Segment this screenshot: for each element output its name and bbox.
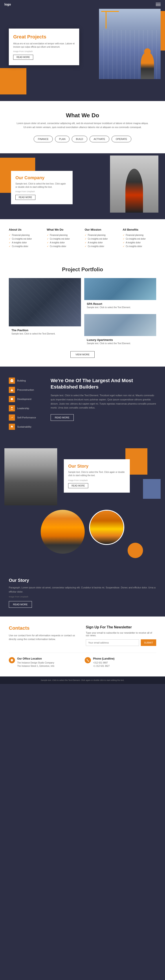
list-item: A insights dolor (85, 241, 119, 244)
builder-icon-row-leadership: Leadership (9, 405, 44, 411)
office-title: Our Office Location (17, 657, 54, 660)
list-item: Financial planning (9, 234, 42, 236)
portfolio-item-pavilion[interactable]: The Pavilion Sample text. Click to selec… (9, 278, 81, 347)
contacts-section: Contacts Use our contact form for all in… (0, 617, 165, 676)
hero-bg-orange-bottom (0, 68, 26, 94)
svg-rect-1 (11, 379, 13, 380)
builders-read-more-button[interactable]: READ MORE (51, 414, 74, 421)
portfolio-desc-pavilion: Sample text. Click to select the Text El… (11, 332, 78, 335)
contacts-bottom: Our Office Location The Instance Design … (9, 652, 156, 668)
what-we-do-section: What We Do Lorem ipsum dolor sit amet, c… (0, 101, 165, 153)
our-story-1-image-label: Image From Unsplash (68, 479, 125, 481)
our-company-card: Our Company Sample text. Click to select… (11, 171, 73, 204)
newsletter-title: Sign Up For The Newsletter (86, 625, 156, 629)
pills-row: FINANCE PLAN BUILD ACTIVATE OPERATE (9, 136, 156, 142)
pill-plan[interactable]: PLAN (55, 136, 70, 142)
portfolio-grid: The Pavilion Sample text. Click to selec… (9, 278, 156, 347)
os-bg-blue (143, 479, 160, 499)
portfolio-desc-luxury: Sample text. Click to select the Text El… (87, 342, 154, 345)
our-company-image-label: Image From Unsplash (15, 191, 68, 192)
our-story-2-description: Paragraph. Lorem ipsum dolor sit amet, c… (9, 585, 156, 593)
header: logo (0, 0, 165, 9)
svg-rect-2 (11, 380, 12, 381)
phone-icon (85, 657, 91, 663)
phone-title: Phone (Landline) (93, 657, 114, 660)
about-col-3-title: All Benefits (123, 228, 156, 231)
pill-build[interactable]: BUILD (72, 136, 87, 142)
builder-icon-row-building: Building (9, 377, 44, 384)
hero-read-more-button[interactable]: READ MORE (13, 55, 33, 60)
our-story-2-section: Our Story Paragraph. Lorem ipsum dolor s… (0, 569, 165, 616)
about-col-2: Our Mission Financial planning Co insigh… (85, 228, 119, 249)
hero-section: Great Projects Alicua ero et sco ad exer… (0, 9, 165, 101)
list-item: Co insights est dolor (47, 238, 80, 240)
portfolio-name-pavilion: The Pavilion (11, 329, 78, 332)
construction-icon (9, 387, 15, 393)
logo: logo (5, 3, 11, 6)
portfolio-section: Project Portfolio The Pavilion Sample te… (0, 258, 165, 367)
portfolio-caption-pavilion: The Pavilion Sample text. Click to selec… (9, 326, 81, 337)
builder-label-building: Building (17, 379, 26, 382)
our-story-2-image-label: Image From Unsplash (9, 596, 156, 598)
workers-section (0, 505, 165, 569)
workers-row (9, 510, 156, 554)
list-item: Financial planning (123, 234, 156, 236)
office-company: The Instance Design Studio Company (17, 661, 54, 664)
builder-label-leadership: Leadership (17, 407, 29, 410)
contacts-top: Contacts Use our contact form for all in… (9, 625, 156, 646)
about-col-3-list: Financial planning Co insights est dolor… (123, 234, 156, 248)
newsletter-row: SUBMIT (86, 640, 156, 646)
worker-circle-small (89, 510, 124, 545)
newsletter-email-input[interactable] (86, 640, 139, 646)
our-story-1-read-more-button[interactable]: READ MORE (68, 483, 88, 488)
hero-description: Alicua ero et sco ad exercitation et tem… (13, 42, 75, 49)
about-col-3: All Benefits Financial planning Co insig… (123, 228, 156, 249)
about-grid-section: About Us Financial planning Co insights … (0, 219, 165, 258)
svg-rect-3 (12, 380, 13, 381)
list-item: Co insights dolor (47, 245, 80, 248)
portfolio-title: Project Portfolio (9, 266, 156, 272)
builders-section: Building Preconstruction Development Lea… (0, 367, 165, 444)
pill-finance[interactable]: FINANCE (34, 136, 53, 142)
our-story-2-title: Our Story (9, 578, 156, 583)
portfolio-caption-spa: SPA Resort Sample text. Click to select … (84, 300, 156, 311)
hamburger-menu[interactable] (156, 3, 160, 6)
list-item: Financial planning (47, 234, 80, 236)
contacts-left: Contacts Use our contact form for all in… (9, 625, 79, 646)
builder-label-development: Development (17, 398, 32, 400)
our-company-read-more-button[interactable]: READ MORE (15, 195, 35, 200)
portfolio-item-spa[interactable]: SPA Resort Sample text. Click to select … (84, 278, 156, 311)
footer-text: Sample text. Click to select the Text El… (5, 679, 160, 681)
pill-activate[interactable]: ACTIVATE (90, 136, 109, 142)
os-person-image (5, 448, 57, 505)
about-col-2-list: Financial planning Co insights est dolor… (85, 234, 119, 248)
list-item: A insights dolor (9, 241, 42, 244)
newsletter-submit-button[interactable]: SUBMIT (141, 640, 156, 646)
our-company-title: Our Company (15, 175, 68, 180)
contacts-right: Sign Up For The Newsletter Type your ema… (86, 625, 156, 646)
hero-building-image (99, 9, 160, 79)
about-col-0: About Us Financial planning Co insights … (9, 228, 42, 249)
about-col-0-list: Financial planning Co insights est dolor… (9, 234, 42, 248)
our-story-1-section: Our Story Sample text. Click to select t… (0, 444, 165, 505)
builders-content: We're One Of The Largest And Most Establ… (51, 377, 156, 421)
list-item: Co insights dolor (85, 245, 119, 248)
development-icon (9, 396, 15, 402)
oc-person-image (110, 156, 159, 213)
building-icon (9, 377, 15, 384)
builder-label-sustainability: Sustainability (17, 425, 32, 428)
portfolio-item-luxury[interactable]: Luxury Apartments Sample text. Click to … (84, 314, 156, 347)
worker-image-2 (90, 511, 123, 544)
builder-icon-row-performance: Self-Performance (9, 414, 44, 421)
view-more-button[interactable]: VIEW MORE (70, 351, 95, 358)
about-col-1-list: Financial planning Co insights est dolor… (47, 234, 80, 248)
our-company-section: Our Company Sample text. Click to select… (0, 153, 165, 219)
pill-operate[interactable]: OPERATE (112, 136, 131, 142)
office-address: The Instance Street 1, Edmonton, Info (17, 664, 54, 668)
footer: Sample text. Click to select the Text El… (0, 676, 165, 684)
our-story-2-read-more-button[interactable]: READ MORE (9, 601, 32, 608)
worker-circle-large (41, 510, 85, 554)
portfolio-desc-spa: Sample text. Click to select the Text El… (87, 306, 154, 309)
builders-title: We're One Of The Largest And Most Establ… (51, 377, 156, 390)
builders-icons: Building Preconstruction Development Lea… (9, 377, 44, 433)
